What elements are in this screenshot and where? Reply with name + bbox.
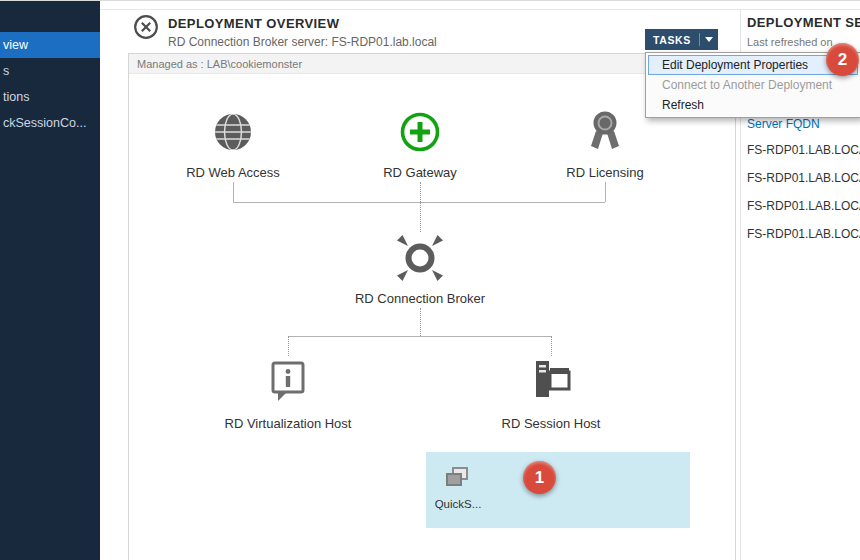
- sidebar-item-servers[interactable]: s: [0, 58, 100, 84]
- quick-session-collection-tile[interactable]: QuickS...: [426, 452, 690, 528]
- sidebar-item-quick-session-collection[interactable]: ckSessionCo...: [0, 110, 100, 136]
- connector-line: [420, 202, 421, 232]
- connector-line: [605, 182, 606, 202]
- rd-gateway-add-icon[interactable]: [398, 110, 442, 154]
- server-row[interactable]: FS-RDP01.LAB.LOCAL: [747, 171, 860, 185]
- connector-line: [233, 182, 234, 202]
- tasks-button[interactable]: TASKS: [645, 29, 718, 50]
- rds-overview-window: view s tions ckSessionCo... DEPLOYMENT O…: [0, 0, 860, 560]
- annotation-badge-2: 2: [826, 43, 859, 76]
- rd-connection-broker-icon[interactable]: [394, 232, 446, 284]
- rd-session-host-label: RD Session Host: [476, 416, 626, 431]
- connector-line: [288, 336, 551, 337]
- session-collection-icon: [443, 464, 471, 492]
- last-refreshed-text: Last refreshed on: [747, 36, 833, 48]
- sidebar-item-collections[interactable]: tions: [0, 84, 100, 110]
- server-row[interactable]: FS-RDP01.LAB.LOCAL: [747, 199, 860, 213]
- tasks-button-label: TASKS: [645, 34, 699, 46]
- deployment-servers-title: DEPLOYMENT SERVERS: [747, 15, 860, 30]
- connector-line: [551, 336, 552, 356]
- collection-label: QuickS...: [427, 498, 489, 510]
- server-row[interactable]: FS-RDP01.LAB.LOCAL: [747, 143, 860, 157]
- page-title: DEPLOYMENT OVERVIEW: [168, 16, 339, 31]
- rd-licensing-label: RD Licensing: [535, 165, 675, 180]
- sidebar-nav: view s tions ckSessionCo...: [0, 1, 100, 560]
- deployment-diagram: Managed as : LAB\cookiemonster RD Web Ac…: [128, 53, 736, 560]
- server-fqdn-column-header[interactable]: Server FQDN: [747, 117, 820, 131]
- page-subtitle: RD Connection Broker server: FS-RDP01.la…: [168, 35, 437, 49]
- rd-web-access-label: RD Web Access: [163, 165, 303, 180]
- rd-session-host-icon[interactable]: [527, 356, 575, 404]
- connector-line: [233, 202, 605, 203]
- connector-line: [288, 336, 289, 356]
- rd-licensing-icon[interactable]: [583, 108, 627, 154]
- rd-gateway-label: RD Gateway: [350, 165, 490, 180]
- menu-item-refresh[interactable]: Refresh: [648, 95, 858, 115]
- server-row[interactable]: FS-RDP01.LAB.LOCAL: [747, 227, 860, 241]
- rd-virtualization-host-icon[interactable]: [264, 356, 312, 404]
- rd-web-access-icon[interactable]: [211, 110, 255, 154]
- chevron-down-icon: [700, 37, 718, 42]
- deployment-overview-icon: [133, 14, 159, 40]
- connector-line: [420, 308, 421, 336]
- rd-connection-broker-label: RD Connection Broker: [335, 291, 505, 306]
- annotation-badge-1: 1: [523, 461, 556, 494]
- rd-virtualization-host-label: RD Virtualization Host: [193, 416, 383, 431]
- menu-item-connect-to-another-deployment: Connect to Another Deployment: [648, 75, 858, 95]
- sidebar-item-overview[interactable]: view: [0, 32, 100, 58]
- connector-line: [420, 182, 421, 202]
- top-divider: [100, 9, 860, 10]
